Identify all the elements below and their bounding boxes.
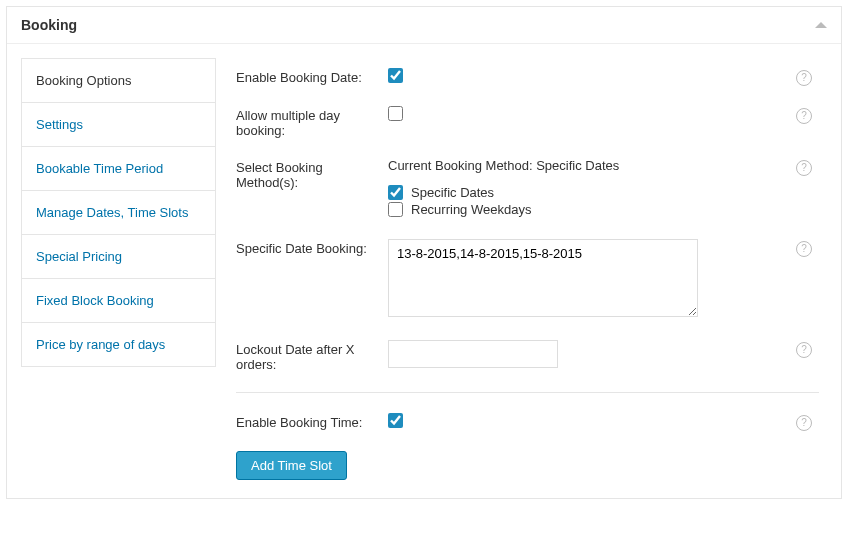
label-recurring-weekdays: Recurring Weekdays (411, 202, 531, 217)
lockout-input[interactable] (388, 340, 558, 368)
row-enable-booking-date: Enable Booking Date: ? (236, 58, 819, 96)
help-icon[interactable]: ? (796, 160, 812, 176)
help-icon[interactable]: ? (796, 108, 812, 124)
help-icon[interactable]: ? (796, 70, 812, 86)
panel-body: Booking Options Settings Bookable Time P… (7, 44, 841, 498)
row-add-time-slot: Add Time Slot (236, 441, 819, 484)
current-booking-method: Current Booking Method: Specific Dates (388, 158, 789, 173)
help-icon[interactable]: ? (796, 342, 812, 358)
sidebar-item-price-by-range[interactable]: Price by range of days (22, 323, 215, 366)
row-lockout: Lockout Date after X orders: ? (236, 330, 819, 382)
settings-form: Enable Booking Date: ? Allow multiple da… (236, 58, 827, 484)
label-enable-booking-date: Enable Booking Date: (236, 68, 386, 85)
add-time-slot-button[interactable]: Add Time Slot (236, 451, 347, 480)
panel-title: Booking (21, 17, 77, 33)
label-specific-date-booking: Specific Date Booking: (236, 239, 386, 256)
sidebar-item-fixed-block[interactable]: Fixed Block Booking (22, 279, 215, 323)
sidebar-item-settings[interactable]: Settings (22, 103, 215, 147)
sidebar-item-bookable-time-period[interactable]: Bookable Time Period (22, 147, 215, 191)
panel-header[interactable]: Booking (7, 7, 841, 44)
collapse-caret-icon[interactable] (815, 22, 827, 28)
row-specific-date-booking: Specific Date Booking: ? (236, 229, 819, 330)
label-select-method: Select Booking Method(s): (236, 158, 386, 190)
sidebar-item-special-pricing[interactable]: Special Pricing (22, 235, 215, 279)
help-icon[interactable]: ? (796, 415, 812, 431)
help-icon[interactable]: ? (796, 241, 812, 257)
row-select-method: Select Booking Method(s): Current Bookin… (236, 148, 819, 229)
label-allow-multiple: Allow multiple day booking: (236, 106, 386, 138)
row-allow-multiple: Allow multiple day booking: ? (236, 96, 819, 148)
row-enable-booking-time: Enable Booking Time: ? (236, 403, 819, 441)
label-enable-booking-time: Enable Booking Time: (236, 413, 386, 430)
specific-date-textarea[interactable] (388, 239, 698, 317)
checkbox-specific-dates[interactable] (388, 185, 403, 200)
sidebar: Booking Options Settings Bookable Time P… (21, 58, 216, 367)
checkbox-recurring-weekdays[interactable] (388, 202, 403, 217)
label-lockout: Lockout Date after X orders: (236, 340, 386, 372)
checkbox-enable-booking-time[interactable] (388, 413, 403, 428)
checkbox-enable-booking-date[interactable] (388, 68, 403, 83)
checkbox-allow-multiple[interactable] (388, 106, 403, 121)
section-divider (236, 392, 819, 393)
booking-panel: Booking Booking Options Settings Bookabl… (6, 6, 842, 499)
sidebar-item-manage-dates[interactable]: Manage Dates, Time Slots (22, 191, 215, 235)
label-specific-dates: Specific Dates (411, 185, 494, 200)
sidebar-header: Booking Options (22, 59, 215, 103)
